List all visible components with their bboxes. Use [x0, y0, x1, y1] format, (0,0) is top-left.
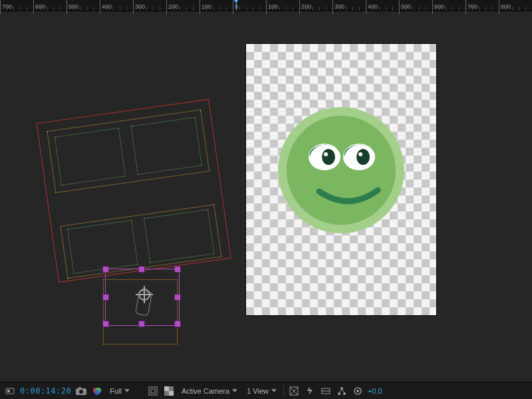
handle-tl[interactable] — [102, 266, 109, 273]
svg-rect-9 — [7, 390, 10, 392]
ruler-subtick — [53, 7, 54, 11]
layer-outlines-group — [37, 99, 230, 281]
ruler-subtick — [140, 7, 140, 11]
camera-dropdown[interactable]: Active Camera — [179, 387, 240, 395]
svg-rect-16 — [149, 387, 157, 395]
region-of-interest-icon[interactable] — [147, 385, 159, 397]
divider — [283, 385, 284, 397]
snapshot-icon[interactable] — [75, 385, 87, 397]
views-dropdown[interactable]: 1 View — [244, 387, 279, 395]
svg-rect-19 — [164, 386, 169, 391]
ruler-subtick — [346, 7, 346, 11]
ruler-subtick — [13, 7, 14, 11]
handle-tc[interactable] — [138, 266, 145, 273]
ruler-subtick — [352, 7, 353, 11]
selected-layer[interactable] — [105, 269, 180, 326]
resolution-dropdown[interactable]: Full — [107, 387, 132, 395]
resolution-label: Full — [110, 387, 122, 395]
render-preview — [246, 44, 436, 315]
viewer-status-bar: 0:00:14:20 Full Active Camera 1 View +0.… — [0, 382, 532, 399]
ruler-subtick — [386, 7, 386, 11]
ruler-subtick — [246, 7, 247, 11]
timeline-icon[interactable] — [320, 385, 332, 397]
ruler-subtick — [27, 7, 27, 11]
ruler-subtick — [419, 7, 420, 11]
chevron-down-icon — [271, 389, 277, 392]
ruler-subtick — [180, 7, 180, 11]
ruler-subtick — [306, 7, 307, 11]
handle-mr[interactable] — [174, 294, 181, 301]
ruler-subtick — [392, 7, 393, 11]
ruler-subtick — [412, 7, 413, 11]
svg-rect-20 — [169, 391, 174, 396]
ruler-subtick — [253, 7, 253, 11]
svg-point-3 — [322, 149, 335, 165]
playhead-indicator[interactable] — [236, 0, 237, 11]
ruler-subtick — [359, 7, 360, 11]
ruler-subtick — [40, 7, 41, 11]
ruler-subtick — [219, 7, 220, 11]
svg-point-25 — [338, 392, 340, 395]
handle-bc[interactable] — [138, 321, 145, 327]
ruler-subtick — [80, 7, 80, 11]
ruler-subtick — [505, 7, 506, 11]
ruler-subtick — [153, 7, 154, 11]
handle-ml[interactable] — [102, 294, 109, 301]
ruler-subtick — [279, 7, 280, 11]
svg-point-4 — [324, 152, 328, 156]
transparency-grid-icon[interactable] — [163, 385, 175, 397]
ruler-subtick — [239, 7, 240, 11]
composition-viewport[interactable] — [0, 11, 532, 382]
ruler-subtick — [86, 7, 87, 11]
ruler-subtick — [525, 7, 526, 11]
handle-bl[interactable] — [102, 321, 109, 327]
ruler-subtick — [186, 7, 187, 11]
ruler-subtick — [146, 7, 147, 11]
handle-tr[interactable] — [174, 266, 181, 273]
ruler-subtick — [472, 7, 473, 11]
ruler-subtick — [512, 7, 513, 11]
current-time-display[interactable]: 0:00:14:20 — [20, 386, 71, 396]
ruler-subtick — [459, 7, 460, 11]
camera-label: Active Camera — [182, 387, 229, 395]
foot-right-bounds — [144, 209, 215, 263]
ruler-subtick — [479, 7, 479, 11]
ruler-subtick — [73, 7, 74, 11]
ruler-subtick — [492, 7, 493, 11]
chevron-down-icon — [124, 389, 130, 392]
channels-icon[interactable] — [91, 385, 103, 397]
eye-right-bounds — [131, 117, 202, 175]
ruler-subtick — [193, 7, 194, 11]
fast-previews-icon[interactable] — [304, 385, 316, 397]
ruler-subtick — [485, 7, 486, 11]
svg-point-11 — [79, 390, 83, 394]
svg-point-1 — [287, 116, 396, 225]
pixel-aspect-icon[interactable] — [288, 385, 300, 397]
svg-point-26 — [343, 392, 346, 395]
svg-point-15 — [94, 390, 100, 395]
ruler-subtick — [106, 7, 107, 11]
ruler-subtick — [7, 7, 7, 11]
ruler-subtick — [213, 7, 213, 11]
ruler-subtick — [286, 7, 287, 11]
chevron-down-icon — [232, 389, 237, 392]
magnification-menu-icon[interactable] — [4, 385, 16, 397]
ruler-subtick — [313, 7, 313, 11]
ruler-subtick — [446, 7, 446, 11]
ruler-subtick — [273, 7, 273, 11]
ruler-subtick — [47, 7, 47, 11]
ruler-subtick — [60, 7, 61, 11]
handle-br[interactable] — [174, 321, 181, 327]
ruler-subtick — [160, 7, 160, 11]
ruler-subtick — [226, 7, 227, 11]
exposure-value[interactable]: +0.0 — [368, 387, 382, 395]
horizontal-ruler[interactable]: 7006005004003002001000100200300400500600… — [0, 0, 532, 11]
flowchart-icon[interactable] — [336, 385, 348, 397]
svg-point-24 — [340, 387, 343, 390]
ruler-subtick — [173, 7, 174, 11]
svg-point-6 — [356, 149, 370, 165]
exposure-reset-icon[interactable] — [352, 385, 364, 397]
character-face — [246, 44, 436, 315]
svg-rect-12 — [78, 387, 81, 389]
svg-rect-17 — [151, 389, 155, 393]
